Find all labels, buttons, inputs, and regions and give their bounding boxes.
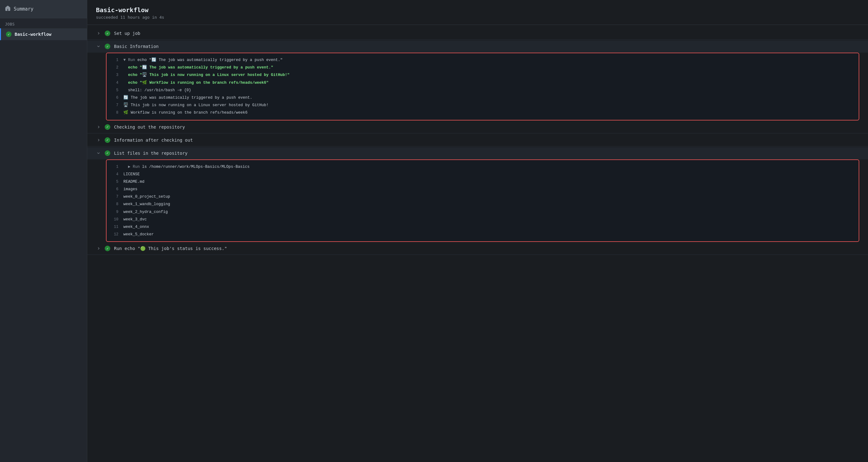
step-info-after-checkout: Information after checking out xyxy=(87,134,868,146)
step-success-icon xyxy=(105,31,110,36)
log-line[interactable]: 10 week_3_dvc xyxy=(106,216,859,223)
line-number: 6 xyxy=(111,95,118,101)
log-content: week_1_wandb_logging xyxy=(123,201,854,207)
step-row-setup-job[interactable]: Set up job xyxy=(87,27,868,39)
log-content: week_3_dvc xyxy=(123,217,854,223)
step-row-run-echo-success[interactable]: Run echo "🟢 This job's status is success… xyxy=(87,242,868,255)
step-success-icon xyxy=(105,137,110,143)
log-content: ▶ Run ls /home/runner/work/MLOps-Basics/… xyxy=(123,164,854,170)
log-line[interactable]: 8 🌿 Workflow is running on the branch re… xyxy=(106,109,859,117)
steps-container: Set up job Basic Information 1 ▼ Run ech… xyxy=(87,25,868,258)
sidebar-summary-label: Summary xyxy=(14,6,33,12)
line-number: 6 xyxy=(111,186,118,192)
log-line[interactable]: 4 echo "🌿 Workflow is running on the bra… xyxy=(106,79,859,87)
log-line[interactable]: 1 ▶ Run ls /home/runner/work/MLOps-Basic… xyxy=(106,163,859,171)
line-number: 9 xyxy=(111,209,118,215)
log-content: 🖥️ This job is now running on a Linux se… xyxy=(123,102,854,108)
line-number: 1 xyxy=(111,57,118,63)
line-number: 7 xyxy=(111,102,118,108)
sidebar-job-item[interactable]: Basic-workflow xyxy=(0,28,87,40)
sidebar-summary-link[interactable]: Summary xyxy=(0,0,87,19)
line-number: 5 xyxy=(111,179,118,185)
log-content: 🔄 The job was automatically triggered by… xyxy=(123,95,854,101)
chevron-right-icon xyxy=(96,125,101,130)
line-number: 10 xyxy=(111,217,118,223)
line-number: 4 xyxy=(111,80,118,86)
step-row-checkout[interactable]: Checking out the repository xyxy=(87,121,868,133)
log-line[interactable]: 6 🔄 The job was automatically triggered … xyxy=(106,94,859,101)
log-content: ▼ Run echo "🔄 The job was automatically … xyxy=(123,57,854,63)
step-row-list-files[interactable]: List files in the repository xyxy=(87,147,868,159)
line-number: 1 xyxy=(111,164,118,170)
step-success-icon xyxy=(105,245,110,251)
main-content: Basic-workflow succeeded 11 hours ago in… xyxy=(87,0,868,462)
step-label-list-files: List files in the repository xyxy=(114,151,188,156)
log-block-list-files: 1 ▶ Run ls /home/runner/work/MLOps-Basic… xyxy=(106,159,859,242)
log-line[interactable]: 12 week_5_docker xyxy=(106,231,859,238)
log-line[interactable]: 3 echo "🖥️ This job is now running on a … xyxy=(106,71,859,79)
log-content: week_5_docker xyxy=(123,231,854,237)
step-list-files: List files in the repository 1 ▶ Run ls … xyxy=(87,147,868,242)
log-content: images xyxy=(123,186,854,192)
chevron-right-icon xyxy=(96,246,101,251)
log-content: LICENSE xyxy=(123,171,854,177)
log-content: week_0_project_setup xyxy=(123,194,854,200)
log-content: week_2_hydra_config xyxy=(123,209,854,215)
step-success-icon xyxy=(105,151,110,156)
log-line[interactable]: 5 shell: /usr/bin/bash -e {0} xyxy=(106,87,859,94)
sidebar: Summary Jobs Basic-workflow xyxy=(0,0,87,462)
chevron-down-icon xyxy=(96,44,101,49)
line-number: 11 xyxy=(111,224,118,230)
step-checkout: Checking out the repository xyxy=(87,121,868,134)
step-label-checkout: Checking out the repository xyxy=(114,125,185,130)
step-success-icon xyxy=(105,43,110,49)
log-line[interactable]: 11 week_4_onnx xyxy=(106,223,859,231)
line-number: 8 xyxy=(111,201,118,207)
home-icon xyxy=(5,6,10,12)
line-number: 5 xyxy=(111,87,118,93)
step-row-basic-information[interactable]: Basic Information xyxy=(87,40,868,53)
line-number: 12 xyxy=(111,231,118,237)
step-basic-information: Basic Information 1 ▼ Run echo "🔄 The jo… xyxy=(87,40,868,121)
page-subtitle: succeeded 11 hours ago in 4s xyxy=(96,15,859,20)
log-content: README.md xyxy=(123,179,854,185)
step-label-run-echo-success: Run echo "🟢 This job's status is success… xyxy=(114,246,227,251)
log-line[interactable]: 4 LICENSE xyxy=(106,171,859,178)
log-content: week_4_onnx xyxy=(123,224,854,230)
job-name-label: Basic-workflow xyxy=(14,32,52,37)
chevron-down-icon xyxy=(96,151,101,156)
chevron-right-icon xyxy=(96,31,101,36)
log-content: 🌿 Workflow is running on the branch refs… xyxy=(123,109,854,116)
log-line[interactable]: 5 README.md xyxy=(106,178,859,186)
log-line[interactable]: 2 echo "🔄 The job was automatically trig… xyxy=(106,64,859,71)
log-content: echo "🔄 The job was automatically trigge… xyxy=(123,64,854,71)
step-success-icon xyxy=(105,124,110,130)
chevron-right-icon xyxy=(96,138,101,142)
job-success-icon xyxy=(6,31,11,37)
line-number: 8 xyxy=(111,109,118,116)
log-line[interactable]: 7 🖥️ This job is now running on a Linux … xyxy=(106,101,859,109)
line-number: 3 xyxy=(111,72,118,78)
line-number: 2 xyxy=(111,64,118,71)
step-label-basic-information: Basic Information xyxy=(114,44,159,49)
log-content: echo "🖥️ This job is now running on a Li… xyxy=(123,72,854,78)
log-line[interactable]: 7 week_0_project_setup xyxy=(106,193,859,200)
step-label-setup-job: Set up job xyxy=(114,31,140,36)
log-line[interactable]: 8 week_1_wandb_logging xyxy=(106,200,859,208)
jobs-section-label: Jobs xyxy=(0,19,87,28)
log-content: shell: /usr/bin/bash -e {0} xyxy=(123,87,854,93)
step-row-info-after-checkout[interactable]: Information after checking out xyxy=(87,134,868,146)
page-title: Basic-workflow xyxy=(96,6,859,14)
step-setup-job: Set up job xyxy=(87,27,868,40)
line-number: 4 xyxy=(111,171,118,177)
log-line[interactable]: 9 week_2_hydra_config xyxy=(106,208,859,216)
log-line[interactable]: 1 ▼ Run echo "🔄 The job was automaticall… xyxy=(106,56,859,64)
log-block-basic-information: 1 ▼ Run echo "🔄 The job was automaticall… xyxy=(106,53,859,121)
step-label-info-after-checkout: Information after checking out xyxy=(114,138,193,142)
step-run-echo-success: Run echo "🟢 This job's status is success… xyxy=(87,242,868,255)
log-content: echo "🌿 Workflow is running on the branc… xyxy=(123,80,854,86)
main-header: Basic-workflow succeeded 11 hours ago in… xyxy=(87,0,868,25)
line-number: 7 xyxy=(111,194,118,200)
log-line[interactable]: 6 images xyxy=(106,186,859,193)
